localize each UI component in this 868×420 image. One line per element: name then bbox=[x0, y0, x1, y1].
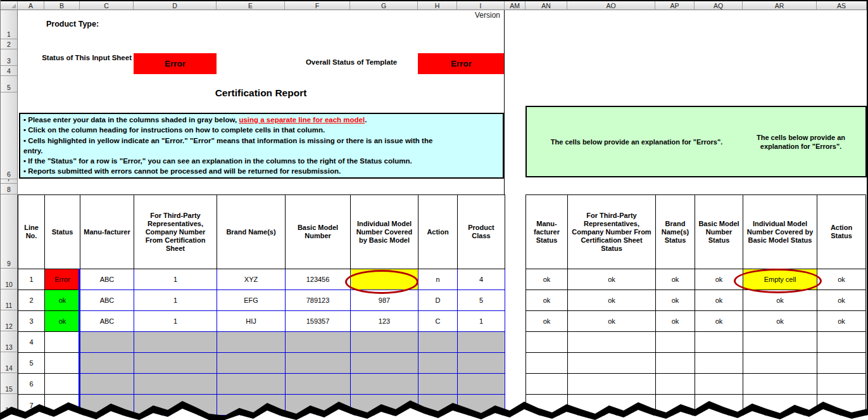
lt-header-company-number[interactable]: For Third-Party Representatives, Company… bbox=[134, 195, 217, 269]
lt-cell[interactable] bbox=[418, 332, 458, 353]
lt-cell[interactable] bbox=[351, 332, 418, 353]
rt-cell[interactable]: ok bbox=[526, 290, 568, 311]
rt-cell[interactable]: ok bbox=[743, 311, 817, 332]
rt-cell[interactable] bbox=[568, 374, 656, 395]
lt-cell[interactable]: 789123 bbox=[286, 290, 351, 311]
rt-cell[interactable]: ok bbox=[817, 311, 866, 332]
lt-header-individual-model[interactable]: Individual Model Number Covered by Basic… bbox=[351, 195, 418, 269]
lt-cell[interactable]: 1 bbox=[134, 311, 217, 332]
rt-cell[interactable] bbox=[656, 332, 695, 353]
lt-cell[interactable]: 1 bbox=[458, 311, 505, 332]
lt-cell[interactable] bbox=[217, 332, 286, 353]
lt-cell[interactable] bbox=[286, 332, 351, 353]
separate-line-link[interactable]: using a separate line for each model bbox=[239, 116, 365, 124]
lt-cell[interactable] bbox=[458, 374, 505, 395]
rt-header-manufacturer-status[interactable]: Manu-facturer Status bbox=[526, 195, 568, 269]
input-sheet-status-box[interactable]: Error bbox=[134, 53, 217, 74]
rt-cell[interactable]: ok bbox=[568, 269, 656, 290]
row-header-8[interactable]: 8 bbox=[1, 184, 18, 194]
rt-cell[interactable] bbox=[695, 353, 743, 374]
lt-cell[interactable]: ABC bbox=[80, 311, 134, 332]
lt-line-no-cell[interactable]: 2 bbox=[18, 290, 45, 311]
column-header-A[interactable]: A bbox=[18, 1, 44, 10]
lt-cell[interactable] bbox=[286, 374, 351, 395]
lt-cell[interactable] bbox=[80, 332, 134, 353]
column-header-F[interactable]: F bbox=[285, 1, 350, 10]
lt-cell[interactable] bbox=[458, 353, 505, 374]
row-header-10[interactable]: 10 bbox=[1, 269, 18, 290]
lt-cell[interactable] bbox=[80, 353, 134, 374]
lt-cell[interactable]: XYZ bbox=[217, 269, 286, 290]
rt-cell[interactable] bbox=[817, 374, 866, 395]
rt-header-company-number-status[interactable]: For Third-Party Representatives, Company… bbox=[568, 195, 656, 269]
lt-cell[interactable]: 1 bbox=[134, 290, 217, 311]
lt-cell[interactable] bbox=[134, 374, 217, 395]
rt-cell[interactable] bbox=[817, 353, 866, 374]
rt-header-action-status[interactable]: Action Status bbox=[817, 195, 866, 269]
lt-line-no-cell[interactable]: 6 bbox=[18, 374, 45, 395]
lt-cell[interactable]: D bbox=[418, 290, 458, 311]
lt-cell[interactable] bbox=[80, 374, 134, 395]
lt-status-cell[interactable]: Error bbox=[45, 269, 80, 290]
column-header-H[interactable]: H bbox=[418, 1, 457, 10]
row-header-6[interactable]: 6 bbox=[1, 92, 18, 179]
lt-status-cell[interactable]: ok bbox=[45, 311, 80, 332]
rt-cell[interactable] bbox=[526, 332, 568, 353]
lt-line-no-cell[interactable]: 5 bbox=[18, 353, 45, 374]
rt-cell[interactable] bbox=[743, 353, 817, 374]
row-header-11[interactable]: 11 bbox=[1, 290, 18, 310]
rt-cell[interactable] bbox=[656, 353, 695, 374]
rt-cell[interactable]: ok bbox=[656, 290, 695, 311]
select-all-corner[interactable] bbox=[0, 1, 18, 10]
lt-cell[interactable]: 123 bbox=[351, 311, 418, 332]
column-header-B[interactable]: B bbox=[44, 1, 80, 10]
lt-header-manufacturer[interactable]: Manu-facturer bbox=[80, 195, 134, 269]
column-header-I[interactable]: I bbox=[457, 1, 505, 10]
lt-cell[interactable]: HIJ bbox=[217, 311, 286, 332]
lt-cell[interactable] bbox=[351, 353, 418, 374]
lt-cell[interactable] bbox=[217, 374, 286, 395]
lt-cell[interactable] bbox=[351, 374, 418, 395]
rt-header-brand-names-status[interactable]: Brand Name(s) Status bbox=[656, 195, 695, 269]
lt-header-brand-names[interactable]: Brand Name(s) bbox=[217, 195, 286, 269]
rt-cell[interactable]: ok bbox=[656, 311, 695, 332]
rt-cell[interactable]: ok bbox=[656, 269, 695, 290]
lt-cell[interactable]: n bbox=[418, 269, 458, 290]
column-header-AQ[interactable]: AQ bbox=[695, 1, 743, 10]
lt-header-line-no[interactable]: Line No. bbox=[18, 195, 45, 269]
lt-cell[interactable] bbox=[286, 353, 351, 374]
lt-cell[interactable] bbox=[134, 332, 217, 353]
lt-header-basic-model[interactable]: Basic Model Number bbox=[286, 195, 351, 269]
rt-cell[interactable]: ok bbox=[526, 311, 568, 332]
column-header-AN[interactable]: AN bbox=[525, 1, 567, 10]
row-header-9[interactable]: 9 bbox=[1, 194, 18, 269]
rt-cell[interactable] bbox=[817, 332, 866, 353]
rt-cell[interactable]: ok bbox=[568, 311, 656, 332]
lt-line-no-cell[interactable]: 3 bbox=[18, 311, 45, 332]
lt-cell[interactable]: 159357 bbox=[286, 311, 351, 332]
column-header-AS[interactable]: AS bbox=[817, 1, 867, 10]
lt-cell[interactable]: ABC bbox=[80, 290, 134, 311]
row-header-12[interactable]: 12 bbox=[1, 310, 18, 331]
lt-cell[interactable]: ABC bbox=[80, 269, 134, 290]
column-header-AP[interactable]: AP bbox=[655, 1, 695, 10]
row-header-14[interactable]: 14 bbox=[1, 352, 18, 373]
rt-cell[interactable] bbox=[526, 353, 568, 374]
row-header-4[interactable]: 4 bbox=[1, 66, 18, 76]
row-header-2[interactable]: 2 bbox=[1, 39, 18, 49]
column-header-D[interactable]: D bbox=[134, 1, 217, 10]
rt-cell[interactable]: ok bbox=[568, 290, 656, 311]
rt-cell[interactable]: ok bbox=[695, 311, 743, 332]
overall-status-box[interactable]: Error bbox=[418, 53, 505, 74]
rt-cell[interactable] bbox=[526, 374, 568, 395]
rt-cell[interactable] bbox=[656, 374, 695, 395]
row-header-15[interactable]: 15 bbox=[1, 373, 18, 394]
row-header-1[interactable]: 1 bbox=[1, 10, 18, 39]
lt-cell[interactable] bbox=[217, 353, 286, 374]
lt-cell[interactable]: 5 bbox=[458, 290, 505, 311]
column-header-AM[interactable]: AM bbox=[505, 1, 525, 10]
column-header-AR[interactable]: AR bbox=[743, 1, 817, 10]
lt-line-no-cell[interactable]: 4 bbox=[18, 332, 45, 353]
lt-status-cell[interactable] bbox=[45, 332, 80, 353]
lt-cell[interactable] bbox=[458, 332, 505, 353]
